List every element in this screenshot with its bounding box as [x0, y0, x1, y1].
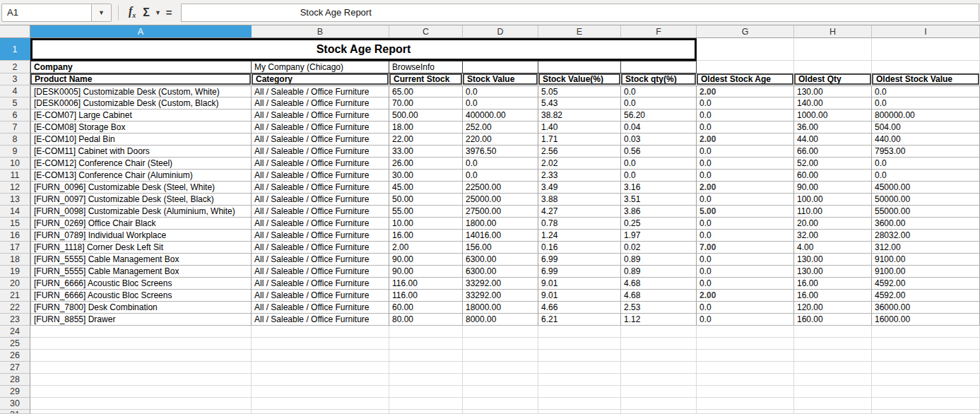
data-cell[interactable]: 0.0	[872, 85, 980, 97]
data-cell[interactable]: 9100.00	[872, 266, 980, 278]
column-header-g[interactable]: G	[697, 25, 794, 38]
header-cell-current-stock[interactable]: Current Stock	[389, 73, 462, 85]
empty-cell[interactable]	[30, 410, 252, 414]
data-cell[interactable]: [FURN_6666] Acoustic Bloc Screens	[30, 278, 252, 290]
data-cell[interactable]: 120.00	[794, 302, 872, 314]
empty-cell[interactable]	[621, 386, 697, 398]
empty-cell[interactable]	[697, 350, 794, 362]
empty-cell[interactable]	[30, 338, 252, 350]
data-cell[interactable]: 0.16	[538, 242, 621, 254]
browseinfo-cell[interactable]: BrowseInfo	[389, 61, 463, 73]
empty-cell[interactable]	[872, 61, 980, 73]
empty-cell[interactable]	[538, 398, 621, 410]
data-cell[interactable]: 0.0	[463, 158, 538, 170]
name-box-dropdown-button[interactable]: ▼	[92, 4, 112, 22]
row-header-26[interactable]: 26	[0, 350, 30, 362]
data-cell[interactable]: 0.89	[621, 254, 697, 266]
data-cell[interactable]: 3.49	[538, 182, 621, 194]
empty-cell[interactable]	[794, 410, 872, 414]
row-header-22[interactable]: 22	[0, 302, 30, 314]
data-cell[interactable]: 0.0	[621, 97, 697, 110]
row-header-5[interactable]: 5	[0, 97, 30, 110]
empty-cell[interactable]	[538, 350, 621, 362]
data-cell[interactable]: [FURN_1118] Corner Desk Left Sit	[30, 242, 252, 254]
empty-cell[interactable]	[30, 362, 252, 374]
empty-cell[interactable]	[794, 398, 872, 410]
row-header-16[interactable]: 16	[0, 230, 30, 242]
row-header-31[interactable]: 31	[0, 410, 30, 414]
data-cell[interactable]: 130.00	[794, 266, 872, 278]
data-cell[interactable]: 0.0	[697, 254, 794, 266]
empty-cell[interactable]	[794, 326, 872, 338]
data-cell[interactable]: 30.00	[389, 170, 463, 182]
data-cell[interactable]: 4.68	[621, 290, 697, 302]
data-cell[interactable]: 4.00	[794, 242, 872, 254]
data-cell[interactable]: 6.99	[538, 254, 621, 266]
data-cell[interactable]: 45.00	[389, 182, 463, 194]
data-cell[interactable]: 1.24	[538, 230, 621, 242]
data-cell[interactable]: [FURN_0097] Customizable Desk (Steel, Bl…	[30, 194, 252, 206]
data-cell[interactable]: 0.0	[697, 158, 794, 170]
data-cell[interactable]: All / Saleable / Office Furniture	[252, 266, 389, 278]
empty-cell[interactable]	[697, 326, 794, 338]
row-header-10[interactable]: 10	[0, 158, 30, 170]
data-cell[interactable]: 33292.00	[463, 278, 538, 290]
data-cell[interactable]: 130.00	[794, 254, 872, 266]
data-cell[interactable]: [E-COM11] Cabinet with Doors	[30, 146, 252, 158]
row-header-1[interactable]: 1	[0, 38, 30, 61]
column-header-a[interactable]: A	[30, 25, 252, 38]
data-cell[interactable]: 312.00	[872, 242, 980, 254]
data-cell[interactable]: 16.00	[794, 278, 872, 290]
data-cell[interactable]: 6.99	[538, 266, 621, 278]
data-cell[interactable]: 90.00	[794, 182, 872, 194]
data-cell[interactable]: All / Saleable / Office Furniture	[252, 230, 389, 242]
data-cell[interactable]: 45000.00	[872, 182, 980, 194]
data-cell[interactable]: 22.00	[389, 134, 463, 146]
data-cell[interactable]: [FURN_0096] Customizable Desk (Steel, Wh…	[30, 182, 252, 194]
row-header-21[interactable]: 21	[0, 290, 30, 302]
data-cell[interactable]: 0.0	[697, 314, 794, 326]
empty-cell[interactable]	[794, 374, 872, 386]
data-cell[interactable]: 56.20	[621, 110, 697, 122]
data-cell[interactable]: 252.00	[463, 122, 538, 134]
data-cell[interactable]: 22500.00	[463, 182, 538, 194]
row-header-11[interactable]: 11	[0, 170, 30, 182]
data-cell[interactable]: 0.0	[621, 85, 697, 97]
data-cell[interactable]: [E-COM12] Conference Chair (Steel)	[30, 158, 252, 170]
empty-cell[interactable]	[463, 338, 538, 350]
data-cell[interactable]: 28032.00	[872, 230, 980, 242]
data-cell[interactable]: [E-COM13] Conference Chair (Aluminium)	[30, 170, 252, 182]
name-box[interactable]: A1	[1, 4, 92, 22]
data-cell[interactable]: 156.00	[463, 242, 538, 254]
header-cell-product-name[interactable]: Product Name	[30, 73, 251, 85]
empty-cell[interactable]	[794, 61, 872, 73]
data-cell[interactable]: 4.27	[538, 206, 621, 218]
empty-cell[interactable]	[538, 410, 621, 414]
header-cell-stock-value[interactable]: Stock Value(%)	[538, 73, 620, 85]
data-cell[interactable]: 36.00	[794, 122, 872, 134]
data-cell[interactable]: 800000.00	[872, 110, 980, 122]
data-cell[interactable]: 55000.00	[872, 206, 980, 218]
data-cell[interactable]: 60.00	[389, 302, 463, 314]
data-cell[interactable]: 2.53	[621, 302, 697, 314]
data-cell[interactable]: 0.0	[697, 230, 794, 242]
empty-cell[interactable]	[30, 326, 252, 338]
empty-cell[interactable]	[389, 362, 463, 374]
data-cell[interactable]: All / Saleable / Office Furniture	[252, 110, 389, 122]
empty-cell[interactable]	[30, 398, 252, 410]
row-header-4[interactable]: 4	[0, 85, 30, 97]
data-cell[interactable]: 0.89	[621, 266, 697, 278]
data-cell[interactable]: [FURN_8855] Drawer	[30, 314, 252, 326]
data-cell[interactable]: 0.0	[697, 146, 794, 158]
data-cell[interactable]: 80.00	[389, 314, 463, 326]
row-header-7[interactable]: 7	[0, 122, 30, 134]
empty-cell[interactable]	[389, 350, 463, 362]
row-header-12[interactable]: 12	[0, 182, 30, 194]
meta-empty-cell[interactable]	[463, 61, 538, 73]
empty-cell[interactable]	[252, 362, 389, 374]
data-cell[interactable]: 1.40	[538, 122, 621, 134]
data-cell[interactable]: 0.0	[697, 122, 794, 134]
empty-cell[interactable]	[872, 362, 980, 374]
empty-cell[interactable]	[697, 38, 794, 61]
empty-cell[interactable]	[697, 386, 794, 398]
